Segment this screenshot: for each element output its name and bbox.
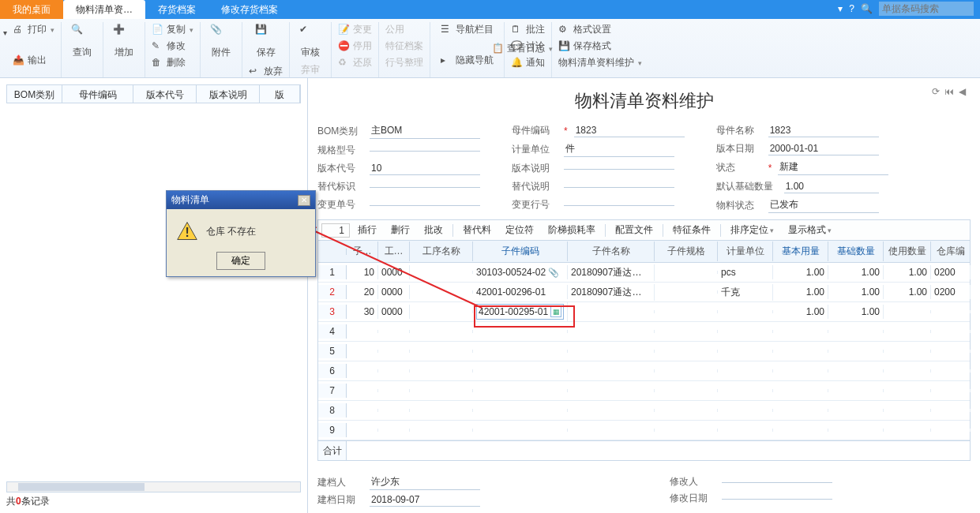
table-cell[interactable] <box>655 429 718 432</box>
modify-button[interactable]: ✎修改 <box>150 39 195 54</box>
table-cell[interactable] <box>347 409 378 412</box>
th-wh[interactable]: 仓库编 <box>931 242 971 261</box>
search-input[interactable] <box>879 2 974 16</box>
th-proc[interactable]: 工… <box>378 242 410 261</box>
table-cell[interactable] <box>884 350 931 353</box>
value-replace-desc[interactable] <box>564 186 674 188</box>
table-row[interactable]: 110000030103-00524-02 📎20180907通达…pcs1.0… <box>318 263 970 283</box>
table-row[interactable]: 220000042001-00296-0120180907通达…千克1.001.… <box>318 283 970 302</box>
restore-button[interactable]: ♻还原 <box>336 55 374 70</box>
table-cell[interactable]: 1.00 <box>773 265 828 279</box>
table-cell[interactable] <box>347 369 378 373</box>
table-row[interactable]: 5 <box>318 342 970 361</box>
table-cell[interactable] <box>718 389 773 392</box>
table-cell[interactable]: 1.00 <box>884 265 931 279</box>
tab-material-bom[interactable]: 物料清单资… <box>63 0 145 19</box>
value-change-line[interactable] <box>564 204 674 206</box>
table-cell[interactable] <box>655 389 718 392</box>
table-cell[interactable]: 10 <box>347 265 378 279</box>
attachment-button[interactable]: 📎附件 <box>205 22 237 61</box>
view-log-button[interactable]: 📋查看日志▾ <box>490 41 554 56</box>
table-cell[interactable]: 0000 <box>378 265 410 279</box>
abandon-audit-button[interactable]: 弃审 <box>299 62 321 77</box>
table-cell[interactable] <box>773 350 828 353</box>
table-cell[interactable] <box>473 429 568 432</box>
step-loss-button[interactable]: 阶梯损耗率 <box>542 222 602 238</box>
table-row[interactable]: 7 <box>318 381 970 401</box>
alt-material-button[interactable]: 替代料 <box>456 222 498 238</box>
th-proc-name[interactable]: 工序名称 <box>410 242 473 261</box>
display-mode-button[interactable]: 显示格式▾ <box>782 222 838 238</box>
table-cell[interactable] <box>931 350 971 353</box>
table-cell[interactable] <box>773 369 828 373</box>
value-bom-type[interactable]: 主BOM <box>370 124 480 139</box>
table-cell[interactable] <box>410 310 473 313</box>
value-parent-code[interactable]: 1823 <box>574 125 685 137</box>
table-cell[interactable] <box>378 330 410 333</box>
table-row[interactable]: 330000042001-00295-01▦1.001.00 <box>318 302 970 322</box>
table-cell[interactable] <box>410 409 473 412</box>
th-child-spec[interactable]: 子件规格 <box>655 242 718 261</box>
table-cell[interactable] <box>655 310 718 313</box>
table-cell[interactable] <box>473 369 568 373</box>
output-button[interactable]: 📤输出 <box>11 53 56 68</box>
value-spec[interactable] <box>370 150 480 152</box>
table-cell[interactable] <box>718 429 773 432</box>
comment-button[interactable]: 🗒批注 <box>509 22 546 37</box>
table-row[interactable]: 9 <box>318 421 970 440</box>
table-cell[interactable] <box>568 389 655 392</box>
table-cell[interactable]: 1.00 <box>773 285 828 299</box>
maintain-button[interactable]: 物料清单资料维护▾ <box>557 55 644 70</box>
format-setting-button[interactable]: ⚙格式设置 <box>557 22 644 37</box>
th-use-qty[interactable]: 使用数量 <box>884 242 931 261</box>
table-cell[interactable]: 0200 <box>931 265 971 279</box>
table-cell[interactable]: 7 <box>318 384 347 398</box>
table-cell[interactable] <box>884 389 931 392</box>
table-cell[interactable] <box>568 330 655 333</box>
th-sub[interactable]: 子… <box>347 242 378 261</box>
save-button[interactable]: 💾保存 <box>250 22 282 61</box>
lookup-icon[interactable]: ▦ <box>550 306 561 317</box>
refresh-icon[interactable]: ⟳ <box>932 86 940 97</box>
help-icon[interactable]: ? <box>849 3 854 14</box>
table-cell[interactable] <box>655 369 718 373</box>
value-replace-flag[interactable] <box>370 186 480 188</box>
table-cell[interactable] <box>884 409 931 412</box>
table-cell[interactable] <box>378 389 410 392</box>
table-cell[interactable]: pcs <box>718 265 773 279</box>
table-cell[interactable]: 20 <box>347 285 378 299</box>
table-cell[interactable] <box>931 409 971 412</box>
table-cell[interactable] <box>655 290 718 294</box>
th-base-use[interactable]: 基本用量 <box>773 242 828 261</box>
dialog-close-button[interactable]: ✕ <box>298 195 310 206</box>
table-cell[interactable] <box>568 369 655 373</box>
table-cell[interactable] <box>931 330 971 333</box>
table-cell[interactable] <box>473 389 568 392</box>
table-cell[interactable] <box>473 350 568 353</box>
table-cell[interactable] <box>931 310 971 313</box>
locator-button[interactable]: 定位符 <box>499 222 540 238</box>
table-cell[interactable] <box>828 429 884 432</box>
table-cell[interactable] <box>378 369 410 373</box>
table-cell[interactable]: 1.00 <box>773 305 828 319</box>
table-row[interactable]: 6 <box>318 361 970 381</box>
table-cell[interactable] <box>718 409 773 412</box>
value-status[interactable]: 新建 <box>778 160 888 175</box>
print-button[interactable]: 🖨打印▾ <box>11 22 56 37</box>
col-ver[interactable]: 版 <box>260 85 300 103</box>
table-cell[interactable]: 5 <box>318 344 347 358</box>
value-default-base-qty[interactable]: 1.00 <box>784 181 879 193</box>
value-parent-name[interactable]: 1823 <box>768 125 879 137</box>
table-cell[interactable] <box>931 389 971 392</box>
tab-desktop[interactable]: 我的桌面 <box>0 0 63 19</box>
stop-button[interactable]: ⛔停用 <box>336 39 374 54</box>
table-cell[interactable] <box>347 389 378 392</box>
ribbon-dropdown-icon[interactable]: ▾ <box>3 28 7 37</box>
th-unit[interactable]: 计量单位 <box>718 242 773 261</box>
table-cell[interactable] <box>655 409 718 412</box>
dialog-ok-button[interactable]: 确定 <box>216 252 265 270</box>
rownum-input[interactable]: 1 <box>321 223 350 238</box>
sort-locate-button[interactable]: 排序定位▾ <box>724 222 780 238</box>
table-cell[interactable] <box>718 369 773 373</box>
table-cell[interactable]: 千克 <box>718 284 773 301</box>
